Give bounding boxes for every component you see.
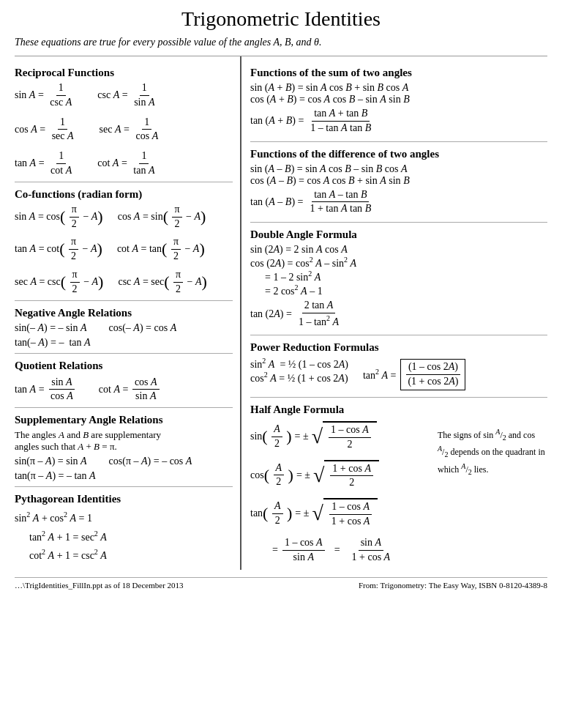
quotient-row1: tan A = sin A cos A cot A = cos A sin A bbox=[15, 376, 233, 404]
section-supplementary-title: Supplementary Angle Relations bbox=[15, 414, 233, 426]
pythag-block: sin2 A + cos2 A = 1 tan2 A + 1 = sec2 A … bbox=[15, 508, 233, 564]
frac-1-cotA: 1 cot A bbox=[48, 150, 74, 177]
half-cos-row: cos( A 2 ) = ± √ 1 + c bbox=[250, 460, 430, 491]
power-row: sin2 A = ½ (1 – cos 2A) cos2 A = ½ (1 + … bbox=[250, 357, 547, 393]
sqrt-half-tan: √ 1 – cos A 1 + cos A bbox=[312, 498, 378, 530]
sqrt-half-sin: √ 1 – cos A 2 bbox=[312, 421, 377, 453]
double-sin: sin (2A) = 2 sin A cos A bbox=[250, 244, 547, 256]
frac-double-tan: 2 tan A 1 – tan2 A bbox=[296, 300, 341, 328]
section-cofunc-title: Co-functions (radian form) bbox=[15, 188, 233, 201]
cofunc-row3: sec A = csc( π 2 − A) csc A = sec( π 2 −… bbox=[15, 269, 233, 296]
neg-row2: tan(– A) = – tan A bbox=[15, 337, 233, 349]
double-cos1: cos (2A) = cos2 A – sin2 A bbox=[250, 256, 547, 270]
frac-1-sinA: 1 sin A bbox=[132, 82, 157, 109]
frac-1-cosA: 1 cos A bbox=[133, 116, 160, 144]
diff-tan-label: tan (A – B) = bbox=[250, 196, 303, 208]
diff-cos: cos (A – B) = cos A cos B + sin A sin B bbox=[250, 175, 547, 187]
section-reciprocal-title: Reciprocal Functions bbox=[15, 67, 233, 79]
cot-recip: cot A = 1 tan A bbox=[97, 150, 158, 177]
section-half-angle: Half Angle Formula sin( A 2 ) = ± bbox=[250, 404, 547, 565]
frac-sum-tan: tan A + tan B 1 – tan A tan B bbox=[308, 108, 373, 135]
section-sum-angles: Functions of the sum of two angles sin (… bbox=[250, 67, 547, 142]
section-diff-title: Functions of the difference of two angle… bbox=[250, 148, 547, 160]
subtitle: These equations are true for every possi… bbox=[15, 37, 547, 48]
frac-1-secA: 1 sec A bbox=[50, 116, 76, 144]
supp-row1: sin(π – A) = sin A cos(π – A) = – cos A bbox=[15, 456, 233, 467]
half-angle-formulas: sin( A 2 ) = ± √ 1 – c bbox=[250, 419, 430, 565]
pythag-3: cot2 A + 1 = csc2 A bbox=[15, 546, 233, 564]
power-tan2-row: tan2 A = (1 – cos 2A) (1 + cos 2A) bbox=[363, 359, 468, 390]
section-power-title: Power Reduction Formulas bbox=[250, 341, 547, 354]
cofunc-cot: cot A = tan( π 2 − A) bbox=[117, 236, 205, 263]
page-title: Trigonometric Identities bbox=[15, 7, 547, 31]
cofunc-csc: csc A = sec( π 2 − A) bbox=[118, 269, 206, 296]
cofunc-tan: tan A = cot( π 2 − A) bbox=[15, 236, 102, 263]
quotient-tan: tan A = sin A cos A bbox=[15, 376, 77, 404]
pythag-2: tan2 A + 1 = sec2 A bbox=[15, 527, 233, 546]
section-power-reduction: Power Reduction Formulas sin2 A = ½ (1 –… bbox=[250, 341, 547, 398]
right-column: Functions of the sum of two angles sin (… bbox=[241, 56, 547, 570]
supp-tan: tan(π – A) = – tan A bbox=[15, 470, 96, 482]
sqrt-content-tan: 1 – cos A 1 + cos A bbox=[323, 498, 378, 530]
frac-half-tan-alt2: sin A 1 + cos A bbox=[350, 537, 393, 564]
sum-tan-label: tan (A + B) = bbox=[250, 115, 304, 127]
half-sin-eq: = ± bbox=[295, 431, 309, 442]
frac-A2-sin: A 2 bbox=[271, 423, 282, 450]
sum-sin: sin (A + B) = sin A cos B + sin B cos A bbox=[250, 82, 547, 94]
section-double-title: Double Angle Formula bbox=[250, 229, 547, 241]
double-tan-label: tan (2A) = bbox=[250, 308, 292, 320]
reciprocal-row3: tan A = 1 cot A cot A = 1 tan A bbox=[15, 150, 233, 177]
frac-half-tan-alt1: 1 – cos A sin A bbox=[282, 537, 325, 564]
reciprocal-row2: cos A = 1 sec A sec A = 1 cos A bbox=[15, 116, 233, 144]
divider4 bbox=[15, 407, 233, 408]
frac-1-tanA: 1 tan A bbox=[131, 150, 157, 177]
reciprocal-row1: sin A = 1 csc A csc A = 1 sin A bbox=[15, 82, 233, 109]
frac-power-tan: (1 – cos 2A) (1 + cos 2A) bbox=[400, 359, 465, 390]
section-half-title: Half Angle Formula bbox=[250, 404, 547, 416]
supp-row2: tan(π – A) = – tan A bbox=[15, 470, 233, 482]
cofunc-row1: sin A = cos( π 2 − A) cos A = sin( π 2 −… bbox=[15, 204, 233, 231]
sqrt-content-cos: 1 + cos A 2 bbox=[324, 460, 379, 491]
double-tan-row: tan (2A) = 2 tan A 1 – tan2 A bbox=[250, 300, 547, 328]
frac-pi2e: π 2 bbox=[70, 269, 80, 296]
half-tan-eq3: = bbox=[329, 544, 345, 556]
half-tan-eq: = ± bbox=[295, 508, 309, 519]
frac-A2-tan: A 2 bbox=[272, 500, 283, 527]
half-tan-row: tan( A 2 ) = ± √ 1 – c bbox=[250, 498, 430, 530]
section-sum-title: Functions of the sum of two angles bbox=[250, 67, 547, 79]
divider3 bbox=[15, 353, 233, 354]
pythag-1: sin2 A + cos2 A = 1 bbox=[15, 508, 233, 527]
section-quotient-title: Quotient Relations bbox=[15, 360, 233, 372]
frac-pi2: π 2 bbox=[70, 204, 79, 231]
power-sin2: sin2 A = ½ (1 – cos 2A) bbox=[250, 357, 348, 371]
section-pythag-title: Pythagorean Identities bbox=[15, 493, 233, 505]
cofunc-sec: sec A = csc( π 2 − A) bbox=[15, 269, 103, 296]
frac-sinA-cosA: sin A cos A bbox=[48, 376, 75, 404]
frac-cosA-sinA: cos A sin A bbox=[132, 376, 160, 404]
sum-tan-row: tan (A + B) = tan A + tan B 1 – tan A ta… bbox=[250, 108, 547, 135]
half-sin-label: sin( A 2 ) bbox=[250, 423, 292, 450]
section-double-angle: Double Angle Formula sin (2A) = 2 sin A … bbox=[250, 229, 547, 335]
sec-recip: sec A = 1 cos A bbox=[100, 116, 162, 144]
frac-A2-cos: A 2 bbox=[274, 462, 285, 489]
frac-pi2d: π 2 bbox=[171, 236, 181, 263]
footer-left: …\TrigIdentities_FillIn.ppt as of 18 Dec… bbox=[15, 581, 184, 590]
power-cos2: cos2 A = ½ (1 + cos 2A) bbox=[250, 371, 348, 385]
divider1 bbox=[15, 182, 233, 182]
divider2 bbox=[15, 300, 233, 301]
sqrt-content-sin: 1 – cos A 2 bbox=[323, 421, 377, 453]
supplementary-desc: The angles A and B are supplementary ang… bbox=[15, 429, 233, 453]
neg-cos: cos(– A) = cos A bbox=[109, 322, 177, 334]
main-layout: Reciprocal Functions sin A = 1 csc A csc… bbox=[15, 56, 547, 570]
half-tan-alt-row: = 1 – cos A sin A = sin A 1 + cos A bbox=[250, 537, 430, 564]
section-diff-angles: Functions of the difference of two angle… bbox=[250, 148, 547, 223]
sum-cos: cos (A + B) = cos A cos B – sin A sin B bbox=[250, 94, 547, 105]
cos-recip: cos A = 1 sec A bbox=[15, 116, 78, 144]
double-cos2: = 1 – 2 sin2 A bbox=[250, 270, 547, 283]
supp-cos: cos(π – A) = – cos A bbox=[109, 456, 192, 467]
power-left: sin2 A = ½ (1 – cos 2A) cos2 A = ½ (1 + … bbox=[250, 357, 348, 384]
cofunc-sin: sin A = cos( π 2 − A) bbox=[15, 204, 103, 231]
half-cos-label: cos( A 2 ) bbox=[250, 462, 293, 489]
cofunc-row2: tan A = cot( π 2 − A) cot A = tan( π 2 −… bbox=[15, 236, 233, 263]
csc-recip: csc A = 1 sin A bbox=[97, 82, 158, 109]
